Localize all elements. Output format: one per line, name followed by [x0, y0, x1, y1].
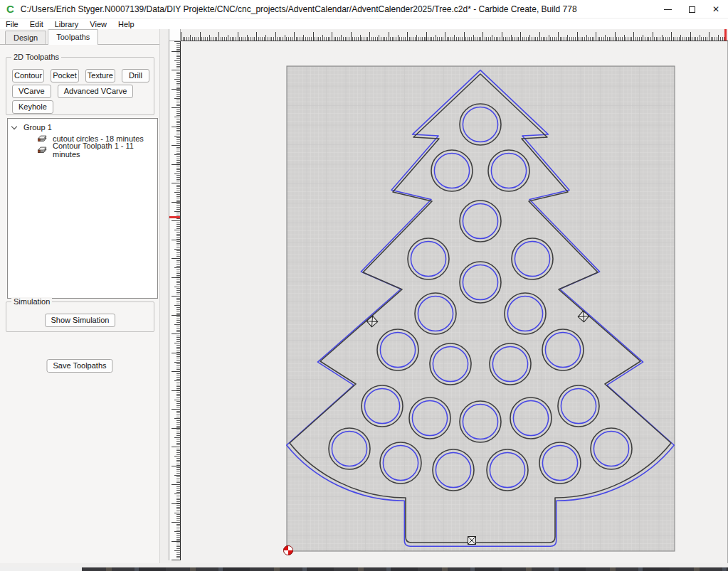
minimize-button[interactable] [655, 0, 680, 18]
tab-toolpaths[interactable]: Toolpaths [48, 29, 98, 45]
taskbar-sliver [82, 567, 728, 571]
toolpath-button-row-3: Keyhole [12, 100, 149, 114]
toolpath-icon [36, 146, 48, 155]
window-title: C:/Users/Erich Styger.N0007139/Data/DIY … [21, 4, 577, 14]
minimize-icon [664, 9, 672, 10]
horizontal-ruler [181, 29, 728, 41]
app-window: C C:/Users/Erich Styger.N0007139/Data/DI… [0, 0, 728, 571]
toolpath-group-label: Group 1 [23, 123, 52, 132]
menu-library[interactable]: Library [49, 20, 85, 28]
tab-design[interactable]: Design [5, 31, 46, 44]
show-simulation-button[interactable]: Show Simulation [45, 314, 116, 327]
toolpath-item-label: Contour Toolpath 1 - 11 minutes [53, 142, 157, 159]
group-2d-toolpaths-label: 2D Toolpaths [11, 53, 61, 61]
menu-edit[interactable]: Edit [24, 20, 49, 28]
group-simulation: Simulation Show Simulation [6, 301, 154, 332]
ruler-corner-box [169, 29, 181, 41]
toolpath-group-row[interactable]: Group 1 [8, 122, 157, 133]
toolpath-side-panel: Design Toolpaths 2D Toolpaths Contour Po… [0, 29, 160, 563]
group-2d-toolpaths: 2D Toolpaths Contour Pocket Texture Dril… [6, 57, 154, 115]
menu-help[interactable]: Help [112, 20, 140, 28]
vcarve-button[interactable]: VCarve [12, 85, 51, 98]
window-controls: ✕ [655, 0, 728, 18]
title-bar: C C:/Users/Erich Styger.N0007139/Data/DI… [0, 0, 728, 18]
texture-button[interactable]: Texture [85, 69, 115, 82]
stock-and-design[interactable] [287, 66, 675, 551]
stock-rectangle [287, 66, 675, 551]
chevron-down-icon[interactable] [11, 123, 17, 129]
vertical-ruler [169, 41, 181, 560]
panel-canvas-gap [161, 29, 169, 563]
close-button[interactable]: ✕ [704, 0, 728, 18]
maximize-button[interactable] [680, 0, 704, 18]
carbide-create-logo-icon: C [6, 4, 14, 14]
panel-tab-bar: Design Toolpaths [0, 31, 159, 45]
maximize-icon [689, 6, 695, 13]
menu-file[interactable]: File [0, 20, 24, 28]
contour-button[interactable]: Contour [12, 69, 44, 82]
toolpath-icon [36, 134, 48, 144]
toolpath-list[interactable]: Group 1 cutout circles - 18 minutes [7, 118, 158, 299]
design-canvas[interactable] [181, 41, 728, 563]
menu-bar: File Edit Library View Help [0, 18, 728, 29]
vertical-ruler-cursor-marker [169, 216, 180, 218]
job-origin-marker [284, 546, 293, 555]
menu-view[interactable]: View [84, 20, 112, 28]
horizontal-ruler-cursor-marker [724, 29, 727, 41]
close-icon: ✕ [712, 5, 719, 14]
advanced-vcarve-button[interactable]: Advanced VCarve [58, 85, 134, 98]
toolpath-button-row-2: VCarve Advanced VCarve [12, 85, 149, 98]
group-simulation-label: Simulation [11, 297, 52, 306]
pocket-button[interactable]: Pocket [51, 69, 79, 82]
main-area: Design Toolpaths 2D Toolpaths Contour Po… [0, 29, 728, 563]
keyhole-button[interactable]: Keyhole [12, 100, 53, 114]
drill-button[interactable]: Drill [122, 69, 149, 82]
toolpath-button-row-1: Contour Pocket Texture Drill [12, 69, 149, 82]
tab-marker[interactable] [468, 537, 476, 545]
toolpath-item-contour-1[interactable]: Contour Toolpath 1 - 11 minutes [8, 144, 157, 156]
save-toolpaths-button[interactable]: Save Toolpaths [46, 359, 112, 373]
